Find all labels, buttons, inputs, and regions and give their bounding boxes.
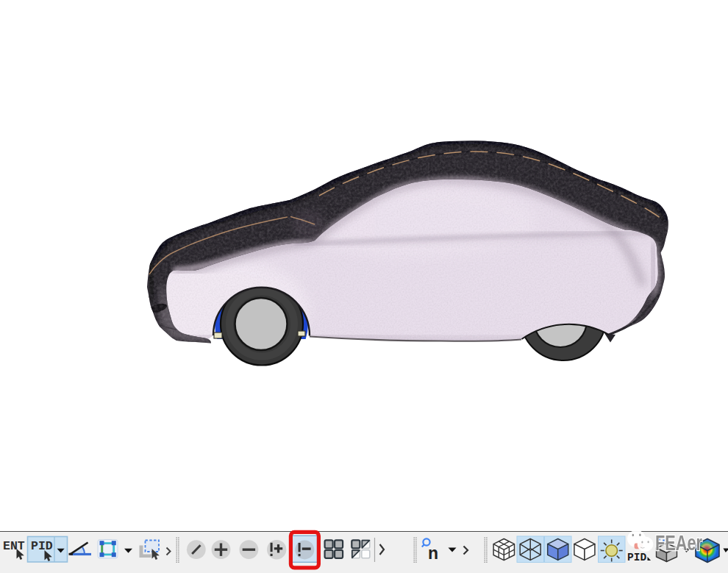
svg-text:FEAer: FEAer <box>655 530 702 555</box>
